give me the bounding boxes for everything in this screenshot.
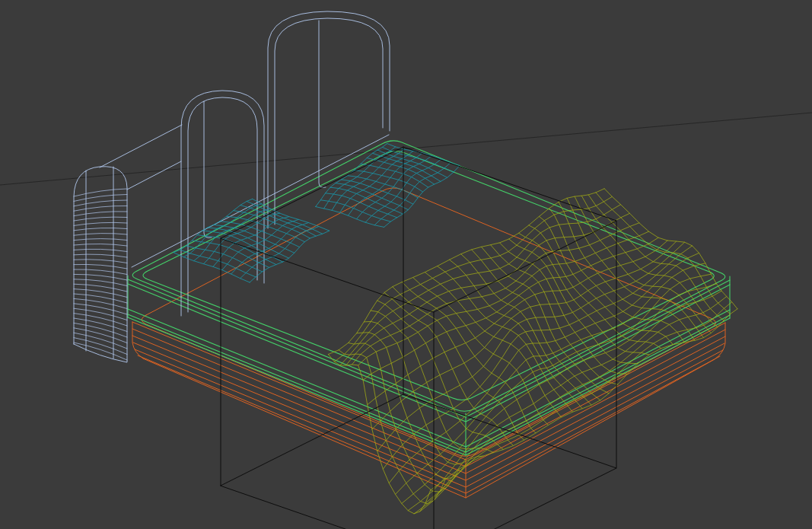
3d-viewport[interactable] [0, 0, 812, 529]
scene-canvas[interactable] [0, 0, 812, 529]
